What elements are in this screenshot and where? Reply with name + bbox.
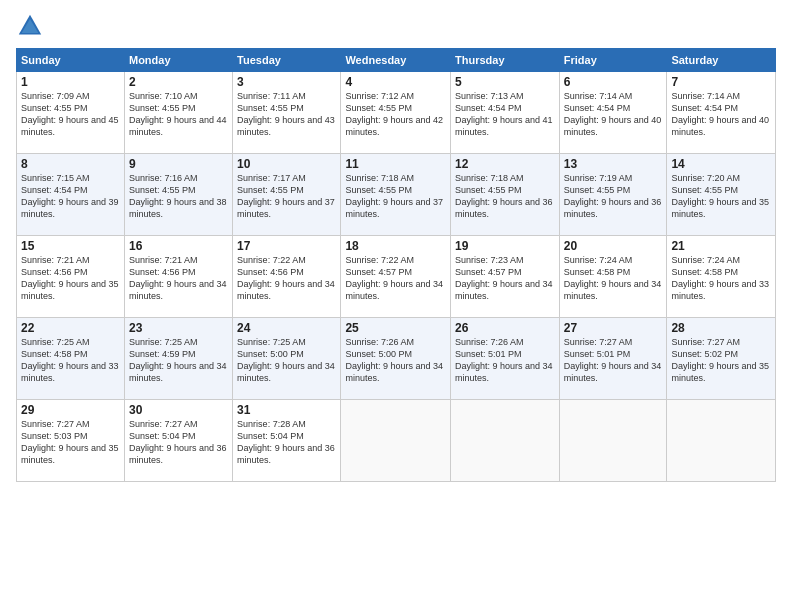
day-number: 31: [237, 403, 336, 417]
calendar-cell: 19 Sunrise: 7:23 AMSunset: 4:57 PMDaylig…: [451, 236, 560, 318]
day-number: 14: [671, 157, 771, 171]
day-number: 15: [21, 239, 120, 253]
day-number: 30: [129, 403, 228, 417]
day-info: Sunrise: 7:21 AMSunset: 4:56 PMDaylight:…: [129, 255, 227, 301]
day-number: 23: [129, 321, 228, 335]
calendar-cell: 22 Sunrise: 7:25 AMSunset: 4:58 PMDaylig…: [17, 318, 125, 400]
calendar-cell: [559, 400, 667, 482]
day-info: Sunrise: 7:26 AMSunset: 5:00 PMDaylight:…: [345, 337, 443, 383]
calendar-cell: 8 Sunrise: 7:15 AMSunset: 4:54 PMDayligh…: [17, 154, 125, 236]
day-info: Sunrise: 7:15 AMSunset: 4:54 PMDaylight:…: [21, 173, 119, 219]
day-info: Sunrise: 7:26 AMSunset: 5:01 PMDaylight:…: [455, 337, 553, 383]
day-info: Sunrise: 7:25 AMSunset: 5:00 PMDaylight:…: [237, 337, 335, 383]
calendar-cell: 1 Sunrise: 7:09 AMSunset: 4:55 PMDayligh…: [17, 72, 125, 154]
day-info: Sunrise: 7:27 AMSunset: 5:01 PMDaylight:…: [564, 337, 662, 383]
day-number: 20: [564, 239, 663, 253]
calendar-cell: 2 Sunrise: 7:10 AMSunset: 4:55 PMDayligh…: [124, 72, 232, 154]
calendar-cell: 3 Sunrise: 7:11 AMSunset: 4:55 PMDayligh…: [233, 72, 341, 154]
calendar-cell: 26 Sunrise: 7:26 AMSunset: 5:01 PMDaylig…: [451, 318, 560, 400]
day-number: 10: [237, 157, 336, 171]
day-info: Sunrise: 7:22 AMSunset: 4:57 PMDaylight:…: [345, 255, 443, 301]
calendar-cell: 10 Sunrise: 7:17 AMSunset: 4:55 PMDaylig…: [233, 154, 341, 236]
calendar-cell: 18 Sunrise: 7:22 AMSunset: 4:57 PMDaylig…: [341, 236, 451, 318]
calendar-cell: [341, 400, 451, 482]
day-info: Sunrise: 7:12 AMSunset: 4:55 PMDaylight:…: [345, 91, 443, 137]
weekday-header-thursday: Thursday: [451, 49, 560, 72]
calendar-cell: 21 Sunrise: 7:24 AMSunset: 4:58 PMDaylig…: [667, 236, 776, 318]
day-info: Sunrise: 7:13 AMSunset: 4:54 PMDaylight:…: [455, 91, 553, 137]
day-number: 2: [129, 75, 228, 89]
day-info: Sunrise: 7:14 AMSunset: 4:54 PMDaylight:…: [671, 91, 769, 137]
day-info: Sunrise: 7:19 AMSunset: 4:55 PMDaylight:…: [564, 173, 662, 219]
calendar-cell: 14 Sunrise: 7:20 AMSunset: 4:55 PMDaylig…: [667, 154, 776, 236]
calendar-cell: 28 Sunrise: 7:27 AMSunset: 5:02 PMDaylig…: [667, 318, 776, 400]
calendar-cell: 17 Sunrise: 7:22 AMSunset: 4:56 PMDaylig…: [233, 236, 341, 318]
calendar-table: SundayMondayTuesdayWednesdayThursdayFrid…: [16, 48, 776, 482]
day-info: Sunrise: 7:27 AMSunset: 5:02 PMDaylight:…: [671, 337, 769, 383]
day-info: Sunrise: 7:10 AMSunset: 4:55 PMDaylight:…: [129, 91, 227, 137]
day-info: Sunrise: 7:25 AMSunset: 4:59 PMDaylight:…: [129, 337, 227, 383]
day-info: Sunrise: 7:23 AMSunset: 4:57 PMDaylight:…: [455, 255, 553, 301]
day-info: Sunrise: 7:24 AMSunset: 4:58 PMDaylight:…: [564, 255, 662, 301]
day-number: 12: [455, 157, 555, 171]
day-number: 5: [455, 75, 555, 89]
weekday-header-saturday: Saturday: [667, 49, 776, 72]
calendar-cell: 9 Sunrise: 7:16 AMSunset: 4:55 PMDayligh…: [124, 154, 232, 236]
day-number: 16: [129, 239, 228, 253]
calendar-cell: 16 Sunrise: 7:21 AMSunset: 4:56 PMDaylig…: [124, 236, 232, 318]
calendar-cell: 11 Sunrise: 7:18 AMSunset: 4:55 PMDaylig…: [341, 154, 451, 236]
calendar-cell: 25 Sunrise: 7:26 AMSunset: 5:00 PMDaylig…: [341, 318, 451, 400]
day-info: Sunrise: 7:20 AMSunset: 4:55 PMDaylight:…: [671, 173, 769, 219]
calendar-cell: 5 Sunrise: 7:13 AMSunset: 4:54 PMDayligh…: [451, 72, 560, 154]
day-number: 1: [21, 75, 120, 89]
day-number: 7: [671, 75, 771, 89]
day-number: 24: [237, 321, 336, 335]
logo: [16, 12, 48, 40]
calendar-cell: 23 Sunrise: 7:25 AMSunset: 4:59 PMDaylig…: [124, 318, 232, 400]
weekday-header-sunday: Sunday: [17, 49, 125, 72]
day-number: 9: [129, 157, 228, 171]
day-info: Sunrise: 7:22 AMSunset: 4:56 PMDaylight:…: [237, 255, 335, 301]
day-info: Sunrise: 7:11 AMSunset: 4:55 PMDaylight:…: [237, 91, 335, 137]
calendar-cell: 30 Sunrise: 7:27 AMSunset: 5:04 PMDaylig…: [124, 400, 232, 482]
day-number: 6: [564, 75, 663, 89]
day-info: Sunrise: 7:09 AMSunset: 4:55 PMDaylight:…: [21, 91, 119, 137]
day-info: Sunrise: 7:18 AMSunset: 4:55 PMDaylight:…: [455, 173, 553, 219]
day-info: Sunrise: 7:21 AMSunset: 4:56 PMDaylight:…: [21, 255, 119, 301]
day-number: 8: [21, 157, 120, 171]
day-number: 13: [564, 157, 663, 171]
calendar-cell: 12 Sunrise: 7:18 AMSunset: 4:55 PMDaylig…: [451, 154, 560, 236]
day-number: 17: [237, 239, 336, 253]
calendar-cell: 7 Sunrise: 7:14 AMSunset: 4:54 PMDayligh…: [667, 72, 776, 154]
day-number: 3: [237, 75, 336, 89]
calendar-cell: 13 Sunrise: 7:19 AMSunset: 4:55 PMDaylig…: [559, 154, 667, 236]
day-number: 11: [345, 157, 446, 171]
day-info: Sunrise: 7:25 AMSunset: 4:58 PMDaylight:…: [21, 337, 119, 383]
day-info: Sunrise: 7:14 AMSunset: 4:54 PMDaylight:…: [564, 91, 662, 137]
day-number: 21: [671, 239, 771, 253]
weekday-header-monday: Monday: [124, 49, 232, 72]
weekday-header-tuesday: Tuesday: [233, 49, 341, 72]
day-number: 29: [21, 403, 120, 417]
day-info: Sunrise: 7:16 AMSunset: 4:55 PMDaylight:…: [129, 173, 227, 219]
day-number: 27: [564, 321, 663, 335]
page-header: [16, 12, 776, 40]
calendar-cell: [667, 400, 776, 482]
day-number: 28: [671, 321, 771, 335]
calendar-cell: 29 Sunrise: 7:27 AMSunset: 5:03 PMDaylig…: [17, 400, 125, 482]
day-number: 26: [455, 321, 555, 335]
day-number: 22: [21, 321, 120, 335]
logo-icon: [16, 12, 44, 40]
calendar-cell: 15 Sunrise: 7:21 AMSunset: 4:56 PMDaylig…: [17, 236, 125, 318]
day-number: 4: [345, 75, 446, 89]
day-info: Sunrise: 7:18 AMSunset: 4:55 PMDaylight:…: [345, 173, 443, 219]
day-info: Sunrise: 7:27 AMSunset: 5:04 PMDaylight:…: [129, 419, 227, 465]
day-info: Sunrise: 7:27 AMSunset: 5:03 PMDaylight:…: [21, 419, 119, 465]
weekday-header-friday: Friday: [559, 49, 667, 72]
calendar-cell: 4 Sunrise: 7:12 AMSunset: 4:55 PMDayligh…: [341, 72, 451, 154]
calendar-cell: 20 Sunrise: 7:24 AMSunset: 4:58 PMDaylig…: [559, 236, 667, 318]
calendar-cell: 31 Sunrise: 7:28 AMSunset: 5:04 PMDaylig…: [233, 400, 341, 482]
day-info: Sunrise: 7:17 AMSunset: 4:55 PMDaylight:…: [237, 173, 335, 219]
day-number: 25: [345, 321, 446, 335]
calendar-cell: 24 Sunrise: 7:25 AMSunset: 5:00 PMDaylig…: [233, 318, 341, 400]
